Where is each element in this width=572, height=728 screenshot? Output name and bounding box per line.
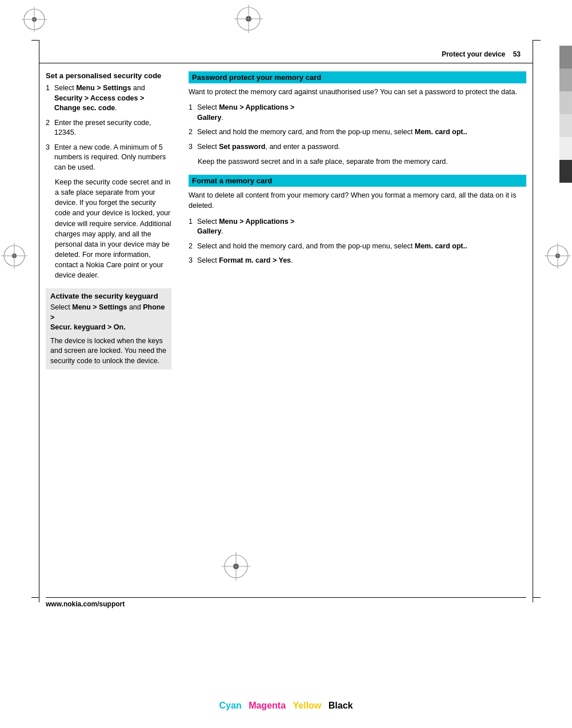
password-protect-title: Password protect your memory card [189, 71, 526, 83]
format-intro: Want to delete all content from your mem… [189, 190, 526, 211]
security-code-section: Set a personalised security code 1 Selec… [46, 71, 171, 280]
reg-mark-top-center [234, 5, 263, 35]
fmt-step-3: 3 Select Format m. card > Yes. [189, 256, 526, 266]
header-title: Protect your device [442, 50, 505, 58]
pwd-step-2: 2 Select and hold the memory card, and f… [189, 127, 526, 138]
footer-url: www.nokia.com/support [46, 600, 125, 608]
page-number: 53 [513, 50, 521, 58]
step-1: 1 Select Menu > Settings and Security > … [46, 83, 171, 114]
color-bars [559, 46, 572, 183]
cmyk-separator1 [244, 701, 246, 711]
tick-bottom-right [533, 597, 541, 598]
format-steps: 1 Select Menu > Applications >Gallery. 2… [189, 217, 526, 266]
reg-mark-bottom-center [222, 552, 250, 582]
pwd-note: Keep the password secret and in a safe p… [189, 156, 526, 167]
keyguard-body: Select Menu > Settings and Phone >Secur.… [50, 303, 167, 333]
security-code-note: Keep the security code secret and in a s… [46, 177, 171, 280]
password-steps: 1 Select Menu > Applications >Gallery. 2… [189, 103, 526, 152]
reg-mark-top-left [22, 7, 47, 34]
left-column: Set a personalised security code 1 Selec… [46, 71, 171, 591]
color-bar-gray2 [559, 69, 572, 91]
step-3: 3 Enter a new code. A minimum of 5 numbe… [46, 143, 171, 173]
reg-mark-mid-left [1, 243, 27, 271]
tick-bottom-left [31, 597, 39, 598]
border-left [39, 40, 39, 602]
cmyk-separator3 [323, 701, 326, 711]
header-line [39, 63, 533, 63]
color-bar-gray5 [559, 137, 572, 160]
cmyk-separator2 [288, 701, 290, 711]
pwd-step-1: 1 Select Menu > Applications >Gallery. [189, 103, 526, 123]
page: Protect your device 53 Set a personalise… [0, 0, 572, 728]
format-title: Format a memory card [189, 175, 526, 187]
page-header: Protect your device 53 [442, 50, 521, 58]
keyguard-section: Activate the security keyguard Select Me… [46, 288, 171, 369]
password-protect-intro: Want to protect the memory card against … [189, 87, 526, 97]
keyguard-note: The device is locked when the keys and s… [50, 336, 167, 367]
content-area: Set a personalised security code 1 Selec… [46, 71, 526, 591]
color-bar-gray4 [559, 114, 572, 137]
format-section: Format a memory card Want to delete all … [189, 175, 526, 266]
cmyk-cyan: Cyan [219, 701, 242, 711]
right-column: Password protect your memory card Want t… [189, 71, 526, 591]
tick-top-right [533, 40, 541, 41]
keyguard-title: Activate the security keyguard [50, 292, 167, 300]
security-code-steps: 1 Select Menu > Settings and Security > … [46, 83, 171, 172]
color-bar-gray1 [559, 46, 572, 69]
cmyk-black: Black [329, 701, 353, 711]
color-bar-gray3 [559, 91, 572, 114]
cmyk-yellow: Yellow [293, 701, 321, 711]
footer-line [46, 597, 526, 598]
tick-top-left [31, 40, 39, 41]
fmt-step-2: 2 Select and hold the memory card, and f… [189, 242, 526, 252]
pwd-step-3: 3 Select Set password, and enter a passw… [189, 142, 526, 152]
color-bar-black [559, 160, 572, 183]
border-right [533, 40, 533, 602]
reg-mark-mid-right [545, 243, 571, 271]
cmyk-magenta: Magenta [249, 701, 286, 711]
cmyk-strip: Cyan Magenta Yellow Black [219, 701, 353, 711]
security-code-title: Set a personalised security code [46, 71, 171, 80]
password-protect-section: Password protect your memory card Want t… [189, 71, 526, 167]
fmt-step-1: 1 Select Menu > Applications >Gallery. [189, 217, 526, 237]
step-2: 2 Enter the preset security code, 12345. [46, 118, 171, 138]
